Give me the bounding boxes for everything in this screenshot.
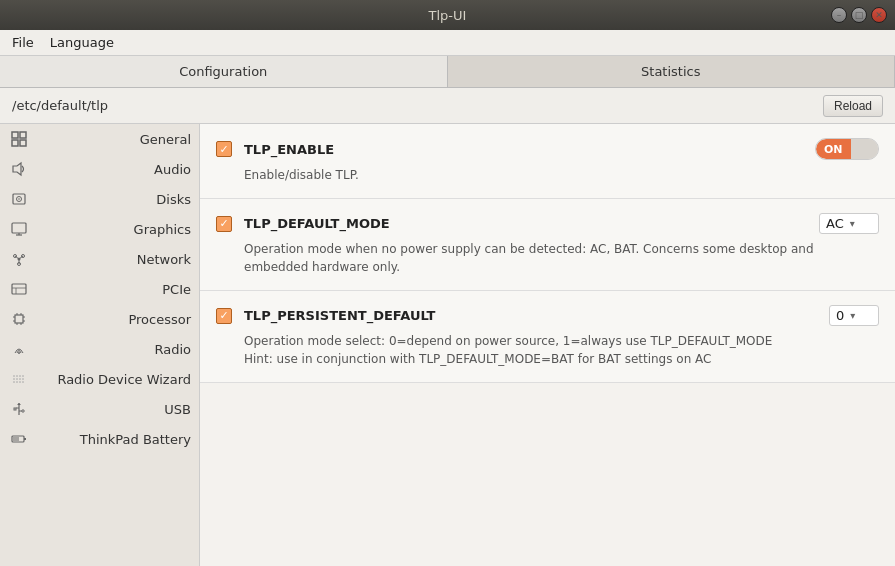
sidebar-label-network: Network xyxy=(36,252,191,267)
sidebar-label-disks: Disks xyxy=(36,192,191,207)
titlebar: Tlp-UI – □ ✕ xyxy=(0,0,895,30)
chevron-down-icon-2: ▾ xyxy=(850,310,855,321)
setting-tlp-persistent-default: TLP_PERSISTENT_DEFAULT 0 ▾ Operation mod… xyxy=(200,291,895,383)
setting-header-tlp-persistent-default: TLP_PERSISTENT_DEFAULT 0 ▾ xyxy=(216,305,879,326)
sidebar-label-general: General xyxy=(36,132,191,147)
svg-rect-18 xyxy=(12,284,26,294)
svg-rect-1 xyxy=(20,132,26,138)
checkbox-tlp-default-mode[interactable] xyxy=(216,216,232,232)
radio-device-wizard-icon xyxy=(10,370,28,388)
menu-file[interactable]: File xyxy=(4,33,42,52)
sidebar-item-general[interactable]: General xyxy=(0,124,199,154)
checkbox-tlp-persistent-default[interactable] xyxy=(216,308,232,324)
sidebar-label-audio: Audio xyxy=(36,162,191,177)
sidebar-item-thinkpad-battery[interactable]: ThinkPad Battery xyxy=(0,424,199,454)
menu-language[interactable]: Language xyxy=(42,33,122,52)
audio-icon xyxy=(10,160,28,178)
setting-tlp-default-mode: TLP_DEFAULT_MODE AC ▾ Operation mode whe… xyxy=(200,199,895,291)
setting-name-tlp-enable: TLP_ENABLE xyxy=(244,142,803,157)
svg-rect-40 xyxy=(24,438,26,440)
grid-icon xyxy=(10,130,28,148)
dropdown-tlp-persistent-default[interactable]: 0 ▾ xyxy=(829,305,879,326)
disk-icon xyxy=(10,190,28,208)
minimize-button[interactable]: – xyxy=(831,7,847,23)
dropdown-tlp-default-mode[interactable]: AC ▾ xyxy=(819,213,879,234)
sidebar-label-radio-device-wizard: Radio Device Wizard xyxy=(36,372,191,387)
svg-point-30 xyxy=(18,352,20,354)
sidebar-item-network[interactable]: Network xyxy=(0,244,199,274)
sidebar-item-radio-device-wizard[interactable]: Radio Device Wizard xyxy=(0,364,199,394)
pcie-icon xyxy=(10,280,28,298)
svg-rect-21 xyxy=(15,315,23,323)
toggle-tlp-enable[interactable]: ON xyxy=(815,138,879,160)
sidebar-item-disks[interactable]: Disks xyxy=(0,184,199,214)
usb-icon xyxy=(10,400,28,418)
setting-desc-tlp-persistent-default: Operation mode select: 0=depend on power… xyxy=(244,332,879,368)
svg-rect-41 xyxy=(13,437,19,441)
setting-header-tlp-enable: TLP_ENABLE ON xyxy=(216,138,879,160)
svg-rect-2 xyxy=(12,140,18,146)
main-area: General Audio Disks Graphics Network xyxy=(0,124,895,566)
svg-rect-3 xyxy=(20,140,26,146)
sidebar-label-processor: Processor xyxy=(36,312,191,327)
sidebar-item-radio[interactable]: Radio xyxy=(0,334,199,364)
sidebar-item-audio[interactable]: Audio xyxy=(0,154,199,184)
setting-desc-tlp-enable: Enable/disable TLP. xyxy=(244,166,879,184)
battery-icon xyxy=(10,430,28,448)
window-title: Tlp-UI xyxy=(429,8,467,23)
sidebar-item-usb[interactable]: USB xyxy=(0,394,199,424)
tab-bar: Configuration Statistics xyxy=(0,56,895,88)
processor-icon xyxy=(10,310,28,328)
window-controls: – □ ✕ xyxy=(831,7,887,23)
svg-rect-36 xyxy=(14,408,16,410)
config-path: /etc/default/tlp xyxy=(12,98,108,113)
svg-point-7 xyxy=(18,198,20,200)
sidebar-item-graphics[interactable]: Graphics xyxy=(0,214,199,244)
radio-icon xyxy=(10,340,28,358)
chevron-down-icon: ▾ xyxy=(850,218,855,229)
reload-button[interactable]: Reload xyxy=(823,95,883,117)
sidebar: General Audio Disks Graphics Network xyxy=(0,124,200,566)
toggle-on-label: ON xyxy=(816,139,851,159)
maximize-button[interactable]: □ xyxy=(851,7,867,23)
menubar: File Language xyxy=(0,30,895,56)
tab-statistics[interactable]: Statistics xyxy=(448,56,896,87)
toggle-knob xyxy=(851,139,878,159)
checkbox-tlp-enable[interactable] xyxy=(216,141,232,157)
svg-point-38 xyxy=(22,410,24,412)
dropdown-value-tlp-persistent-default: 0 xyxy=(836,308,844,323)
setting-header-tlp-default-mode: TLP_DEFAULT_MODE AC ▾ xyxy=(216,213,879,234)
sidebar-label-thinkpad-battery: ThinkPad Battery xyxy=(36,432,191,447)
svg-rect-8 xyxy=(12,223,26,233)
setting-name-tlp-default-mode: TLP_DEFAULT_MODE xyxy=(244,216,807,231)
setting-tlp-enable: TLP_ENABLE ON Enable/disable TLP. xyxy=(200,124,895,199)
close-button[interactable]: ✕ xyxy=(871,7,887,23)
svg-marker-4 xyxy=(13,163,21,175)
sidebar-item-processor[interactable]: Processor xyxy=(0,304,199,334)
sidebar-label-pcie: PCIe xyxy=(36,282,191,297)
setting-desc-tlp-default-mode: Operation mode when no power supply can … xyxy=(244,240,879,276)
svg-rect-0 xyxy=(12,132,18,138)
sidebar-label-radio: Radio xyxy=(36,342,191,357)
setting-name-tlp-persistent-default: TLP_PERSISTENT_DEFAULT xyxy=(244,308,817,323)
tab-configuration[interactable]: Configuration xyxy=(0,56,448,87)
sidebar-item-pcie[interactable]: PCIe xyxy=(0,274,199,304)
pathbar: /etc/default/tlp Reload xyxy=(0,88,895,124)
content-area: TLP_ENABLE ON Enable/disable TLP. TLP_DE… xyxy=(200,124,895,566)
dropdown-value-tlp-default-mode: AC xyxy=(826,216,844,231)
network-icon xyxy=(10,250,28,268)
graphics-icon xyxy=(10,220,28,238)
sidebar-label-usb: USB xyxy=(36,402,191,417)
sidebar-label-graphics: Graphics xyxy=(36,222,191,237)
